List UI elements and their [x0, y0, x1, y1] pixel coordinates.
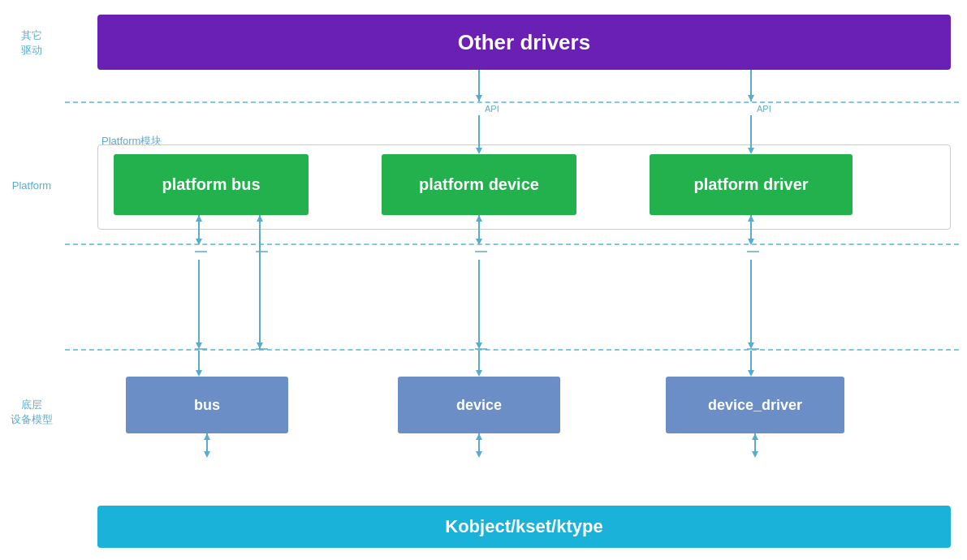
other-drivers-box: Other drivers [97, 15, 951, 70]
svg-marker-46 [752, 433, 758, 440]
platform-bus-box: platform bus [114, 154, 309, 215]
svg-marker-36 [748, 370, 754, 377]
diagram-container: 其它驱动 Platform 底层设备模型 Other drivers Platf… [0, 0, 967, 560]
svg-text:API: API [757, 104, 771, 114]
svg-marker-34 [748, 342, 754, 349]
device-label: device [456, 397, 502, 414]
label-platform: Platform [4, 179, 59, 193]
device-driver-box: device_driver [666, 377, 844, 433]
svg-text:API: API [485, 104, 499, 114]
svg-marker-29 [476, 370, 482, 377]
svg-marker-45 [752, 451, 758, 458]
svg-marker-23 [257, 342, 263, 349]
svg-marker-42 [476, 451, 482, 458]
label-other-drivers: 其它驱动 [4, 28, 59, 58]
kobject-box: Kobject/kset/ktype [97, 506, 951, 548]
svg-marker-17 [196, 342, 202, 349]
svg-marker-5 [476, 95, 482, 101]
platform-device-label: platform device [419, 175, 539, 194]
kobject-label: Kobject/kset/ktype [445, 516, 602, 537]
arrows-svg: API API [0, 0, 967, 560]
platform-device-box: platform device [382, 154, 576, 215]
svg-marker-9 [748, 95, 754, 101]
bus-label: bus [194, 397, 220, 414]
label-base: 底层设备模型 [4, 398, 59, 427]
other-drivers-label: Other drivers [458, 30, 590, 55]
svg-marker-43 [476, 433, 482, 440]
svg-marker-19 [196, 370, 202, 377]
svg-marker-25 [476, 239, 482, 245]
svg-marker-27 [476, 342, 482, 349]
svg-marker-39 [204, 451, 210, 458]
platform-driver-label: platform driver [693, 175, 808, 194]
svg-marker-32 [748, 239, 754, 245]
dashed-line-top [65, 101, 959, 103]
svg-marker-15 [196, 239, 202, 245]
dashed-line-bottom [65, 243, 959, 245]
device-box: device [398, 377, 560, 433]
svg-marker-40 [204, 433, 210, 440]
dashed-line-mid [65, 349, 959, 351]
platform-bus-label: platform bus [162, 175, 260, 194]
device-driver-label: device_driver [708, 397, 802, 414]
platform-driver-box: platform driver [650, 154, 853, 215]
bus-box: bus [126, 377, 288, 433]
